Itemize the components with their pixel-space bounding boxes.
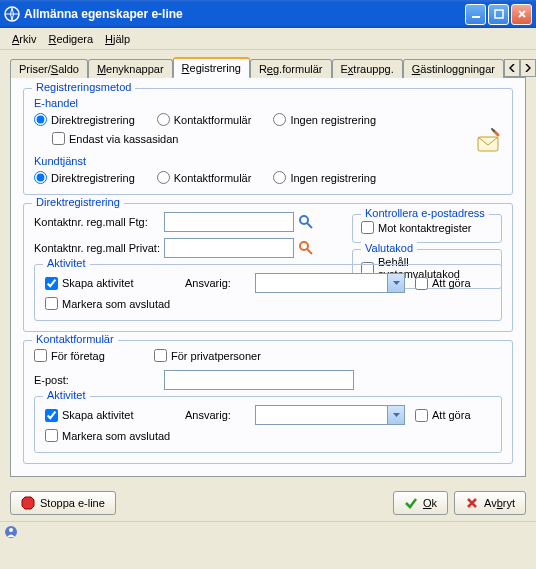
svg-marker-8 — [22, 497, 34, 509]
radio-kundtjanst-direkt[interactable]: Direktregistrering — [34, 171, 135, 184]
checkbox-markera-avslutad-2[interactable]: Markera som avslutad — [45, 429, 170, 442]
stop-icon — [21, 496, 35, 510]
checkbox-skapa-aktivitet[interactable]: Skapa aktivitet — [45, 277, 175, 290]
tab-bar: Priser/Saldo Menyknappar Registrering Re… — [10, 56, 526, 78]
tab-extrauppg[interactable]: Extrauppg. — [332, 59, 403, 78]
menu-arkiv[interactable]: Arkiv — [6, 31, 42, 47]
window-title: Allmänna egenskaper e-line — [24, 7, 465, 21]
label-ansvarig: Ansvarig: — [185, 277, 245, 289]
tab-priser-saldo[interactable]: Priser/Saldo — [10, 59, 88, 78]
radio-kundtjanst-ingen[interactable]: Ingen registrering — [273, 171, 376, 184]
checkbox-att-gora[interactable]: Att göra — [415, 277, 471, 290]
tab-gastinloggningar[interactable]: Gästinloggningar — [403, 59, 504, 78]
checkbox-endast-kassasidan[interactable]: Endast via kassasidan — [52, 132, 178, 145]
combo-ansvarig-2[interactable] — [255, 405, 405, 425]
checkbox-att-gora-2[interactable]: Att göra — [415, 409, 471, 422]
cancel-icon — [465, 496, 479, 510]
fieldset-kontrollera-epost: Kontrollera e-postadress Mot kontaktregi… — [352, 214, 502, 243]
checkbox-for-privat[interactable]: För privatpersoner — [154, 349, 261, 362]
fieldset-direktregistrering: Direktregistrering Kontaktnr. reg.mall F… — [23, 203, 513, 332]
svg-point-4 — [300, 216, 308, 224]
svg-point-10 — [9, 528, 13, 532]
label-epost: E-post: — [34, 374, 164, 386]
maximize-button[interactable] — [488, 4, 509, 25]
button-ok[interactable]: Ok — [393, 491, 448, 515]
combo-ansvarig[interactable] — [255, 273, 405, 293]
search-icon[interactable] — [298, 240, 314, 256]
check-icon — [404, 496, 418, 510]
fieldset-registreringsmetod: Registreringsmetod E-handel Direktregist… — [23, 88, 513, 195]
svg-line-7 — [307, 249, 312, 254]
svg-rect-2 — [495, 10, 503, 18]
wizard-icon[interactable] — [472, 127, 504, 155]
menu-redigera[interactable]: Redigera — [42, 31, 99, 47]
menu-hjalp[interactable]: Hjälp — [99, 31, 136, 47]
titlebar: Allmänna egenskaper e-line — [0, 0, 536, 28]
fieldset-kontaktformular: Kontaktformulär För företag För privatpe… — [23, 340, 513, 464]
input-mall-privat[interactable] — [164, 238, 294, 258]
legend-kundtjanst: Kundtjänst — [34, 155, 86, 167]
tab-scroll-right[interactable] — [520, 59, 536, 77]
button-stoppa-eline[interactable]: Stoppa e-line — [10, 491, 116, 515]
button-bar: Stoppa e-line Ok Avbryt — [0, 483, 536, 521]
minimize-button[interactable] — [465, 4, 486, 25]
fieldset-kundtjanst: Kundtjänst Direktregistrering Kontaktfor… — [34, 155, 502, 184]
app-icon — [4, 6, 20, 22]
label-mall-ftg: Kontaktnr. reg.mall Ftg: — [34, 216, 164, 228]
label-ansvarig-2: Ansvarig: — [185, 409, 245, 421]
svg-point-6 — [300, 242, 308, 250]
legend-registreringsmetod: Registreringsmetod — [32, 81, 135, 93]
checkbox-mot-kontaktregister[interactable]: Mot kontaktregister — [361, 221, 493, 234]
checkbox-markera-avslutad[interactable]: Markera som avslutad — [45, 297, 170, 310]
input-epost[interactable] — [164, 370, 354, 390]
tab-scroll-left[interactable] — [504, 59, 520, 77]
legend-ehandel: E-handel — [34, 97, 78, 109]
fieldset-aktivitet-direkt: Aktivitet Skapa aktivitet Ansvarig: Att … — [34, 264, 502, 321]
legend-kontaktformular: Kontaktformulär — [32, 333, 118, 345]
legend-kontrollera: Kontrollera e-postadress — [361, 207, 489, 219]
checkbox-skapa-aktivitet-2[interactable]: Skapa aktivitet — [45, 409, 175, 422]
chevron-down-icon[interactable] — [387, 274, 404, 292]
fieldset-ehandel: E-handel Direktregistrering Kontaktformu… — [34, 97, 502, 151]
input-mall-ftg[interactable] — [164, 212, 294, 232]
radio-ehandel-kontakt[interactable]: Kontaktformulär — [157, 113, 252, 126]
radio-ehandel-ingen[interactable]: Ingen registrering — [273, 113, 376, 126]
fieldset-aktivitet-kontakt: Aktivitet Skapa aktivitet Ansvarig: Att … — [34, 396, 502, 453]
checkbox-for-foretag[interactable]: För företag — [34, 349, 144, 362]
legend-aktivitet: Aktivitet — [43, 257, 90, 269]
legend-valutakod: Valutakod — [361, 242, 417, 254]
svg-line-5 — [307, 223, 312, 228]
label-mall-privat: Kontaktnr. reg.mall Privat: — [34, 242, 164, 254]
tab-reg-formular[interactable]: Reg.formulär — [250, 59, 332, 78]
radio-ehandel-direkt[interactable]: Direktregistrering — [34, 113, 135, 126]
close-button[interactable] — [511, 4, 532, 25]
chevron-down-icon[interactable] — [387, 406, 404, 424]
statusbar — [0, 521, 536, 541]
status-icon — [4, 525, 18, 539]
tab-menyknappar[interactable]: Menyknappar — [88, 59, 173, 78]
legend-direktregistrering: Direktregistrering — [32, 196, 124, 208]
radio-kundtjanst-kontakt[interactable]: Kontaktformulär — [157, 171, 252, 184]
svg-rect-1 — [472, 16, 480, 18]
tab-panel: Registreringsmetod E-handel Direktregist… — [10, 78, 526, 477]
search-icon[interactable] — [298, 214, 314, 230]
legend-aktivitet: Aktivitet — [43, 389, 90, 401]
menubar: Arkiv Redigera Hjälp — [0, 28, 536, 50]
tab-registrering[interactable]: Registrering — [173, 57, 250, 78]
button-avbryt[interactable]: Avbryt — [454, 491, 526, 515]
